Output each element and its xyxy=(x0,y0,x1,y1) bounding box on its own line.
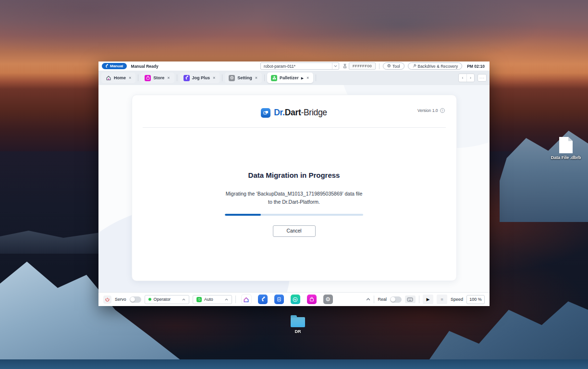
tool-button[interactable]: ⚙ Tool xyxy=(383,62,404,70)
robot-param-value: robot-param-011* xyxy=(264,64,295,69)
tab-setting[interactable]: ⚙ Setting × xyxy=(225,73,262,83)
cancel-button[interactable]: Cancel xyxy=(273,225,316,237)
store-bag-icon xyxy=(145,75,151,81)
servo-toggle[interactable] xyxy=(130,296,141,303)
dock-monitoring-app-icon[interactable] xyxy=(291,295,300,304)
dart-bridge-logo-icon xyxy=(261,108,270,118)
desktop-icon-label: Data File .dbrb xyxy=(551,155,581,160)
tool-weight-value[interactable]: FFFFFF00 xyxy=(349,62,376,70)
wrench-icon xyxy=(412,64,416,68)
tab-scroll-right-button[interactable]: › xyxy=(466,74,474,82)
close-icon[interactable]: × xyxy=(306,76,309,80)
bottom-toolbar: Servo Operator Auto xyxy=(98,292,490,306)
desktop-icon-dr-folder[interactable]: DR xyxy=(284,317,311,334)
divider xyxy=(138,74,138,81)
close-icon[interactable]: × xyxy=(128,76,132,80)
robot-param-select[interactable]: robot-param-011* xyxy=(260,62,339,70)
servo-label: Servo xyxy=(115,297,126,302)
play-button[interactable]: ▶ xyxy=(423,295,433,304)
tab-label: Jog Plus xyxy=(192,75,210,80)
tool-weight-group: FFFFFF00 xyxy=(343,62,376,70)
tab-jog-plus[interactable]: Jog Plus × xyxy=(180,73,220,83)
tab-label: Store xyxy=(153,75,164,80)
stop-button[interactable]: ■ xyxy=(437,295,447,304)
virtual-keyboard-button[interactable] xyxy=(405,295,416,303)
tab-store[interactable]: Store × xyxy=(141,73,174,83)
collapse-chevron-icon[interactable] xyxy=(366,298,370,301)
auto-mode-icon xyxy=(196,297,202,302)
dock-jog-app-icon[interactable] xyxy=(258,295,268,304)
tab-bar: Home × Store × Jog Plus × ⚙ Setting × xyxy=(98,71,490,85)
dart-platform-window: Manual Manual Ready robot-param-011* FFF… xyxy=(98,62,490,306)
chevron-down-icon xyxy=(332,63,339,69)
dart-bridge-logo: Dr.Dart-Bridge xyxy=(132,95,456,118)
divider xyxy=(316,74,316,81)
tab-label: Setting xyxy=(237,75,252,80)
dart-bridge-dialog: Dr.Dart-Bridge Version 1.0 ? Data Migrat… xyxy=(132,95,457,281)
tab-label: Home xyxy=(114,75,126,80)
close-icon[interactable]: × xyxy=(255,76,258,80)
close-icon[interactable]: × xyxy=(167,76,170,80)
desktop-icon-label: DR xyxy=(284,329,311,334)
migration-message: Migrating the ‘BackupData_M1013_17198950… xyxy=(132,190,456,207)
dock-setting-app-icon[interactable]: ⚙ xyxy=(323,295,333,304)
tab-scroll-group: ‹ › xyxy=(458,74,475,82)
operator-status-dot xyxy=(148,298,151,301)
migration-status-section: Data Migration in Progress Migrating the… xyxy=(132,171,456,237)
divider xyxy=(177,74,177,81)
dock-task-app-icon[interactable] xyxy=(274,295,284,304)
progress-fill xyxy=(225,214,261,216)
dock-store-app-icon[interactable] xyxy=(307,295,317,304)
toolbar-right-cluster: Real ▶ ■ Speed 100 % xyxy=(366,295,485,304)
divider xyxy=(235,295,236,303)
divider xyxy=(374,295,374,303)
setting-gear-icon: ⚙ xyxy=(229,75,235,81)
migration-progress-bar xyxy=(225,214,363,216)
speed-label: Speed xyxy=(451,297,463,302)
tab-nav-controls: ‹ › ··· xyxy=(458,74,487,82)
chevron-up-icon xyxy=(182,298,185,301)
divider xyxy=(222,74,222,81)
app-dock: ⚙ xyxy=(242,295,333,304)
speed-value-field[interactable]: 100 % xyxy=(466,295,485,304)
close-icon[interactable]: × xyxy=(212,76,216,80)
backdrive-recovery-button[interactable]: Backdrive & Recovery xyxy=(408,62,463,70)
mode-badge-label: Manual xyxy=(110,64,123,68)
operator-dropdown[interactable]: Operator xyxy=(145,295,190,304)
version-info: Version 1.0 ? xyxy=(417,108,445,113)
tab-palletizer[interactable]: Palletizer ▶ × xyxy=(267,73,313,83)
help-icon[interactable]: ? xyxy=(440,108,445,113)
tab-scroll-left-button[interactable]: ‹ xyxy=(459,74,466,82)
divider xyxy=(264,74,265,81)
tool-flange-icon xyxy=(343,63,347,69)
wallpaper-water-strip xyxy=(0,359,588,369)
migration-heading: Data Migration in Progress xyxy=(132,171,456,179)
jog-robot-icon xyxy=(184,75,190,81)
status-bar: Manual Manual Ready robot-param-011* FFF… xyxy=(98,62,490,71)
clock-time: PM 02:10 xyxy=(467,64,485,69)
mode-badge-manual[interactable]: Manual xyxy=(102,63,127,69)
backdrive-button-label: Backdrive & Recovery xyxy=(418,64,458,69)
tool-button-label: Tool xyxy=(392,64,400,69)
palletizer-icon xyxy=(271,75,277,81)
dart-bridge-logo-text: Dr.Dart-Bridge xyxy=(274,108,327,118)
folder-icon xyxy=(291,317,305,327)
real-mode-label: Real xyxy=(378,297,387,302)
tab-overflow-button[interactable]: ··· xyxy=(478,74,487,82)
robot-status-text: Manual Ready xyxy=(131,64,159,69)
toggle-knob xyxy=(130,297,135,302)
desktop-icon-data-file[interactable]: Data File .dbrb xyxy=(551,137,581,160)
real-mode-toggle[interactable] xyxy=(390,296,402,303)
toggle-knob xyxy=(391,297,395,302)
servo-power-icon[interactable] xyxy=(103,295,111,304)
tab-label: Palletizer xyxy=(280,75,299,80)
divider xyxy=(419,295,419,303)
home-icon xyxy=(105,75,111,81)
document-file-icon xyxy=(559,137,573,153)
chevron-up-icon xyxy=(225,298,228,301)
auto-mode-dropdown[interactable]: Auto xyxy=(193,295,232,304)
divider xyxy=(379,63,380,69)
tab-home[interactable]: Home × xyxy=(101,73,135,83)
dock-home-app-icon[interactable] xyxy=(242,295,251,304)
tab-running-icon: ▶ xyxy=(301,76,304,80)
